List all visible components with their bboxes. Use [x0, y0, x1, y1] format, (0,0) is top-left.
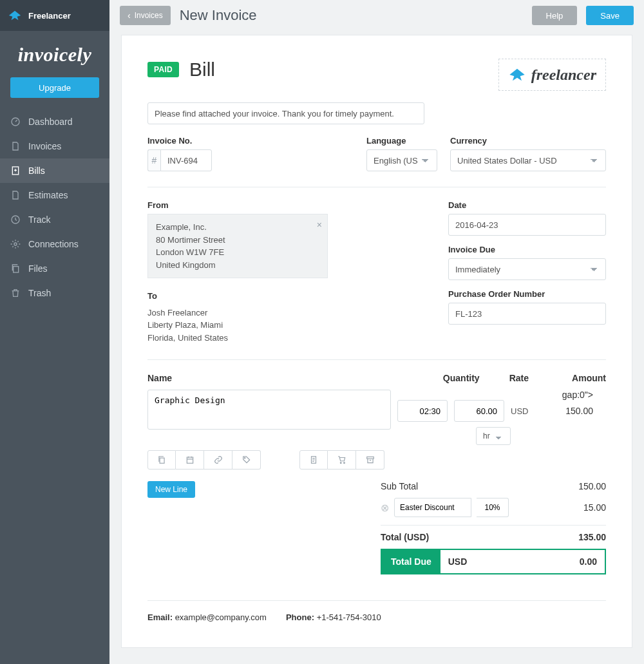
item-currency: USD — [511, 400, 539, 422]
svg-point-7 — [244, 457, 245, 459]
email-label: Email: — [147, 612, 173, 622]
total-due-currency: USD — [440, 550, 475, 573]
page-title: New Invoice — [180, 7, 257, 24]
nav: Dashboard Invoices Bills Estimates Track… — [0, 109, 109, 305]
tool-cart-icon[interactable] — [328, 450, 356, 470]
remove-discount-icon[interactable]: ⊗ — [381, 502, 389, 514]
language-select[interactable]: English (US) — [366, 149, 437, 171]
po-input[interactable] — [448, 303, 606, 325]
items-header: Name Quantity Rate Amount — [147, 373, 606, 383]
help-button[interactable]: Help — [532, 6, 578, 25]
col-amount: Amount — [558, 373, 606, 383]
total-due-label: Total Due — [382, 550, 440, 573]
to-label: To — [147, 290, 328, 303]
bird-icon — [8, 8, 22, 23]
nav-files[interactable]: Files — [0, 256, 109, 281]
new-line-button[interactable]: New Line — [147, 481, 195, 498]
from-name: Example, Inc. — [156, 221, 319, 234]
due-label: Invoice Due — [448, 245, 606, 254]
col-name: Name — [147, 373, 172, 383]
discount-percent-input[interactable] — [477, 498, 509, 517]
svg-rect-4 — [14, 267, 19, 272]
from-line1: 80 Mortimer Street — [156, 234, 319, 247]
nav-label: Connections — [28, 239, 79, 249]
bird-icon — [508, 66, 526, 84]
divider — [147, 359, 606, 360]
app-logo: invoicely — [0, 31, 109, 75]
invoice-no-input[interactable] — [160, 149, 212, 171]
subtotal-value: 150.00 — [578, 481, 606, 491]
svg-rect-11 — [366, 457, 374, 459]
phone-label: Phone: — [286, 612, 314, 622]
date-label: Date — [448, 200, 606, 210]
svg-point-3 — [14, 243, 17, 245]
nav-track[interactable]: Track — [0, 207, 109, 232]
nav-label: Bills — [28, 166, 45, 176]
nav-trash[interactable]: Trash — [0, 281, 109, 305]
nav-label: Trash — [28, 288, 51, 298]
to-name: Josh Freelancer — [147, 307, 328, 319]
gear-icon — [10, 239, 21, 249]
total-value: 135.00 — [578, 532, 606, 542]
divider — [147, 187, 606, 187]
copy-icon — [10, 263, 21, 274]
to-line2: Florida, United States — [147, 332, 328, 345]
item-rate-input[interactable] — [454, 400, 504, 422]
nav-label: Dashboard — [28, 117, 73, 127]
tool-tag-icon[interactable] — [232, 450, 261, 470]
email-value: example@company.com — [175, 612, 267, 622]
topbar: ‹ Invoices New Invoice Help Save — [109, 0, 644, 31]
from-line3: United Kingdom — [156, 259, 319, 272]
gauge-icon — [10, 117, 21, 127]
back-button[interactable]: ‹ Invoices — [120, 6, 171, 25]
save-button[interactable]: Save — [586, 6, 634, 25]
item-unit-select[interactable]: hr — [476, 427, 511, 445]
currency-label: Currency — [450, 136, 606, 146]
nav-label: Files — [28, 263, 48, 274]
tool-receipt-icon[interactable] — [299, 450, 328, 470]
from-label: From — [147, 200, 328, 210]
footer: Email: example@company.com Phone: +1-541… — [147, 600, 606, 622]
language-label: Language — [366, 136, 437, 146]
svg-rect-6 — [187, 457, 193, 463]
nav-invoices[interactable]: Invoices — [0, 134, 109, 158]
item-name-input[interactable]: Graphic Design — [147, 390, 391, 430]
chevron-left-icon: ‹ — [128, 11, 131, 20]
tool-copy-icon[interactable] — [147, 450, 176, 470]
due-select[interactable]: Immediately — [448, 258, 606, 280]
tool-link-icon[interactable] — [204, 450, 232, 470]
total-label: Total (USD) — [381, 532, 429, 542]
nav-estimates[interactable]: Estimates — [0, 183, 109, 207]
brand-name: Freelancer — [28, 11, 71, 21]
upgrade-button[interactable]: Upgrade — [10, 77, 99, 98]
main: ‹ Invoices New Invoice Help Save PAID Bi… — [109, 0, 644, 664]
page-icon — [10, 190, 21, 200]
from-box[interactable]: × Example, Inc. 80 Mortimer Street Londo… — [147, 214, 328, 278]
svg-rect-5 — [160, 458, 164, 463]
currency-select[interactable]: United States Dollar - USD — [450, 149, 606, 171]
col-rate: Rate — [509, 373, 529, 383]
to-line1: Liberty Plaza, Miami — [147, 319, 328, 332]
item-qty-input[interactable] — [397, 400, 448, 422]
date-input[interactable] — [448, 214, 606, 236]
trash-icon — [10, 288, 21, 298]
nav-label: Track — [28, 214, 50, 225]
nav-dashboard[interactable]: Dashboard — [0, 109, 109, 134]
nav-connections[interactable]: Connections — [0, 232, 109, 256]
nav-bills[interactable]: Bills — [0, 158, 109, 183]
close-icon[interactable]: × — [317, 218, 322, 232]
nav-label: Estimates — [28, 190, 68, 200]
client-logo-box[interactable]: freelancer — [498, 59, 606, 91]
description-input[interactable] — [147, 102, 424, 124]
discount-name-input[interactable] — [394, 498, 471, 517]
line-item-row: Graphic Design gap:0"> USD 150.00 hr — [147, 390, 606, 445]
discount-amount: 15.00 — [583, 502, 606, 513]
nav-label: Invoices — [28, 141, 61, 151]
totals: Sub Total 150.00 ⊗ 15.00 Total (USD) 135… — [381, 481, 606, 574]
brand-bar: Freelancer — [0, 0, 109, 31]
tool-calendar-icon[interactable] — [176, 450, 204, 470]
item-amount: 150.00 — [545, 400, 593, 422]
tool-archive-icon[interactable] — [356, 450, 384, 470]
subtotal-label: Sub Total — [381, 481, 418, 491]
from-line2: London W1W 7FE — [156, 246, 319, 259]
